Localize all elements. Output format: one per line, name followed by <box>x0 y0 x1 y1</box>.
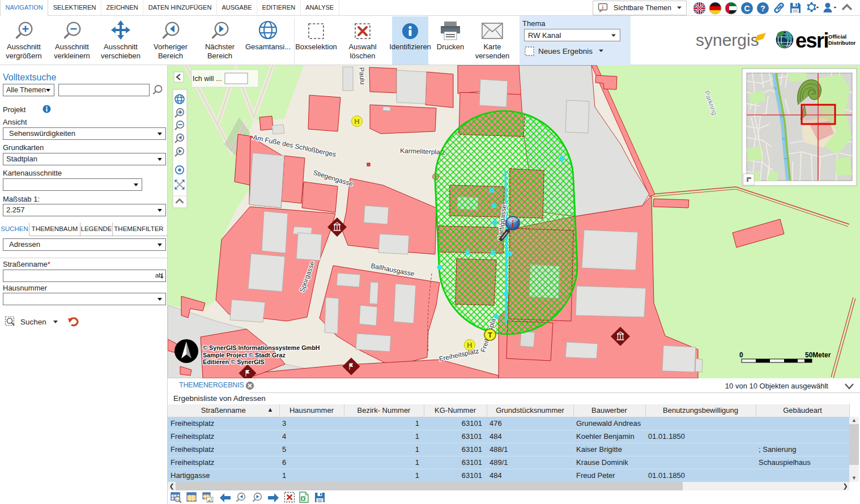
svg-text:H: H <box>467 341 472 349</box>
svg-text:Karmeliterplatz: Karmeliterplatz <box>400 147 445 156</box>
svg-text:Sample Project © Stadt Graz: Sample Project © Stadt Graz <box>203 352 286 358</box>
svg-text:H: H <box>354 117 359 126</box>
svg-text:ab: ab <box>155 272 162 279</box>
svg-text:i: i <box>512 219 514 229</box>
svg-text:© SynerGIS Informationssysteme: © SynerGIS Informationssysteme GmbH <box>203 344 320 351</box>
svg-text:i: i <box>602 5 604 10</box>
svg-text:0: 0 <box>739 351 743 359</box>
svg-text:esri: esri <box>795 29 828 52</box>
svg-text:C: C <box>744 3 750 12</box>
svg-text:Official: Official <box>828 33 846 40</box>
svg-text:Distributor: Distributor <box>828 40 855 46</box>
svg-text:Editieren © SynerGIS: Editieren © SynerGIS <box>203 358 265 365</box>
svg-text:synergis: synergis <box>696 31 759 49</box>
svg-text:50Meter: 50Meter <box>805 351 831 359</box>
svg-text:Paulu: Paulu <box>357 67 367 85</box>
svg-text:T: T <box>488 331 492 339</box>
svg-text:?: ? <box>760 3 765 12</box>
svg-text:Ich will ...: Ich will ... <box>193 75 222 83</box>
